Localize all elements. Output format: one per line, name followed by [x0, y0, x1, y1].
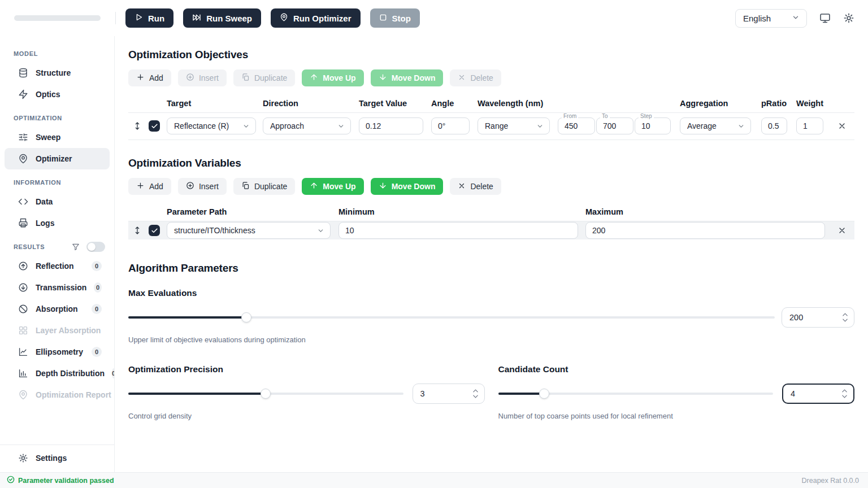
language-select[interactable]: English: [735, 9, 807, 28]
check-circle-icon: [7, 476, 15, 485]
stop-button[interactable]: Stop: [370, 8, 420, 28]
sidebar-item-label: Settings: [36, 454, 67, 463]
add-button[interactable]: Add: [128, 69, 171, 86]
col-target-value: Target Value: [359, 99, 423, 108]
sidebar-item-logs[interactable]: Logs: [5, 212, 110, 234]
run-button[interactable]: Run: [125, 8, 173, 28]
sidebar: MODEL Structure Optics OPTIMIZATION Swee…: [0, 36, 115, 472]
sliders-icon: [18, 132, 28, 142]
drag-handle-icon[interactable]: [133, 121, 142, 130]
fast-forward-icon: [192, 13, 201, 24]
drag-handle-icon[interactable]: [133, 226, 142, 235]
wavelength-from-input[interactable]: [558, 117, 595, 134]
sidebar-item-label: Absorption: [36, 304, 78, 313]
duplicate-label: Duplicate: [254, 182, 287, 191]
variable-row: structure/ITO/thickness: [128, 221, 854, 239]
wavelength-step-input[interactable]: [635, 117, 671, 134]
plus-icon: [136, 73, 145, 83]
add-label: Add: [149, 182, 163, 191]
run-sweep-button[interactable]: Run Sweep: [183, 8, 261, 28]
candidate-count-slider[interactable]: [498, 393, 774, 395]
row-checkbox[interactable]: [149, 120, 160, 132]
max-evaluations-slider[interactable]: [128, 316, 775, 319]
row-checkbox[interactable]: [149, 225, 160, 236]
target-value-input[interactable]: [359, 117, 423, 134]
target-select[interactable]: Reflectance (R): [167, 117, 256, 134]
sidebar-item-structure[interactable]: Structure: [5, 62, 110, 84]
spinner-icons[interactable]: [472, 389, 479, 399]
delete-button[interactable]: Delete: [450, 178, 501, 195]
chevron-down-icon: [792, 14, 800, 23]
sidebar-item-transmission[interactable]: Transmission 0: [5, 277, 110, 298]
angle-input[interactable]: [431, 117, 470, 134]
minimum-input[interactable]: [338, 222, 578, 239]
main-content: Optimization Objectives Add Insert Dupli…: [115, 36, 868, 472]
insert-label: Insert: [199, 73, 219, 82]
maximum-input[interactable]: [585, 222, 825, 239]
aggregation-select[interactable]: Average: [680, 117, 751, 134]
max-evaluations-stepper[interactable]: [782, 307, 854, 328]
duplicate-button[interactable]: Duplicate: [233, 178, 295, 195]
precision-stepper[interactable]: [413, 384, 485, 404]
monitor-icon[interactable]: [819, 12, 831, 24]
move-down-button[interactable]: Move Down: [371, 69, 444, 86]
sidebar-item-data[interactable]: Data: [5, 191, 110, 212]
sidebar-item-reflection[interactable]: Reflection 0: [5, 255, 110, 277]
duplicate-button[interactable]: Duplicate: [233, 69, 295, 86]
sidebar-item-label: Optimizer: [36, 154, 72, 163]
slider-thumb[interactable]: [241, 312, 251, 323]
add-button[interactable]: Add: [128, 178, 171, 195]
insert-button[interactable]: Insert: [178, 178, 227, 195]
language-value: English: [743, 14, 771, 23]
count-badge: 0: [94, 282, 102, 293]
slider-thumb[interactable]: [539, 389, 549, 399]
precision-value[interactable]: [413, 389, 462, 398]
parameter-path-select[interactable]: structure/ITO/thickness: [167, 222, 331, 239]
map-pin-icon: [18, 154, 28, 164]
arrow-down-icon: [379, 73, 387, 83]
remove-row-icon[interactable]: [837, 121, 847, 130]
max-evaluations-value[interactable]: [782, 313, 831, 322]
remove-row-icon[interactable]: [837, 226, 847, 235]
move-down-button[interactable]: Move Down: [371, 178, 444, 195]
move-up-button[interactable]: Move Up: [302, 69, 363, 86]
move-up-button[interactable]: Move Up: [302, 178, 363, 195]
col-minimum: Minimum: [338, 207, 578, 216]
delete-button[interactable]: Delete: [450, 69, 501, 86]
from-label: From: [562, 114, 578, 119]
candidate-count-stepper[interactable]: [782, 384, 854, 404]
precision-slider[interactable]: [128, 393, 403, 395]
sidebar-item-optimizer[interactable]: Optimizer: [5, 148, 110, 169]
filter-icon[interactable]: [72, 243, 80, 251]
app-version: Dreapex Rat 0.0.0: [802, 477, 859, 485]
run-optimizer-label: Run Optimizer: [293, 14, 351, 23]
x-icon: [458, 182, 466, 191]
sidebar-item-sweep[interactable]: Sweep: [5, 127, 110, 148]
sidebar-item-absorption[interactable]: Absorption 0: [5, 298, 110, 320]
wavelength-to-input[interactable]: [596, 117, 633, 134]
spinner-icons[interactable]: [841, 389, 848, 399]
sidebar-item-settings[interactable]: Settings: [5, 447, 110, 469]
sidebar-item-depth-distribution[interactable]: Depth Distribution 0: [5, 363, 110, 384]
count-badge: 0: [92, 261, 102, 271]
slider-thumb[interactable]: [261, 389, 271, 399]
results-toggle[interactable]: [86, 242, 105, 252]
candidate-count-value[interactable]: [783, 389, 832, 398]
direction-select[interactable]: Approach: [263, 117, 351, 134]
pratio-input[interactable]: [761, 117, 787, 134]
run-optimizer-button[interactable]: Run Optimizer: [271, 8, 361, 28]
spinner-icons[interactable]: [842, 313, 848, 323]
col-angle: Angle: [431, 99, 470, 108]
run-sweep-label: Run Sweep: [206, 14, 252, 23]
aggregation-value: Average: [687, 121, 717, 130]
weight-input[interactable]: [796, 117, 823, 134]
gear-icon[interactable]: [843, 12, 854, 24]
sidebar-item-ellipsometry[interactable]: Ellipsometry 0: [5, 341, 110, 363]
status-bar: Parameter validation passed Dreapex Rat …: [0, 472, 868, 488]
arrow-up-circle-icon: [18, 261, 28, 271]
wavelength-mode-select[interactable]: Range: [478, 117, 550, 134]
col-target: Target: [167, 99, 256, 108]
move-down-label: Move Down: [392, 182, 436, 191]
insert-button[interactable]: Insert: [178, 69, 227, 86]
sidebar-item-optics[interactable]: Optics: [5, 84, 110, 105]
